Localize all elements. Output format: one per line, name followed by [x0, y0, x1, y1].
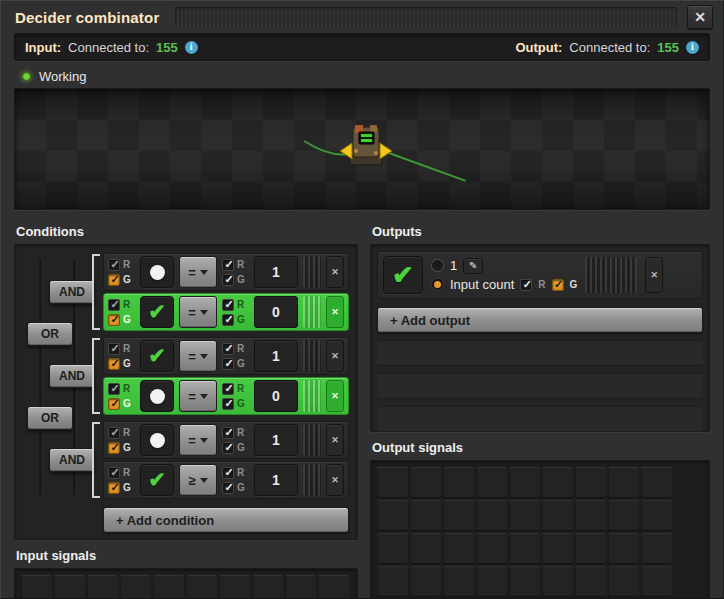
- first-signal-button[interactable]: ✔: [140, 256, 174, 288]
- output-signal-button[interactable]: ✔: [383, 256, 423, 294]
- remove-condition-button[interactable]: ✕: [326, 424, 344, 456]
- red-wire-checkbox[interactable]: [222, 383, 234, 395]
- empty-signal-slot[interactable]: [153, 575, 184, 599]
- empty-signal-slot[interactable]: [542, 533, 573, 564]
- empty-signal-slot[interactable]: [575, 566, 606, 597]
- first-signal-button[interactable]: ✔: [140, 296, 174, 328]
- empty-signal-slot[interactable]: [608, 566, 639, 597]
- green-wire-checkbox[interactable]: [108, 442, 120, 454]
- empty-signal-slot[interactable]: [252, 575, 283, 599]
- red-wire-checkbox[interactable]: [222, 259, 234, 271]
- second-operand-button[interactable]: 1: [254, 424, 298, 456]
- empty-signal-slot[interactable]: [509, 566, 540, 597]
- empty-signal-slot[interactable]: [443, 467, 474, 498]
- empty-signal-slot[interactable]: [120, 575, 151, 599]
- info-icon[interactable]: i: [686, 41, 699, 54]
- remove-output-button[interactable]: ✕: [645, 257, 663, 293]
- empty-signal-slot[interactable]: [608, 467, 639, 498]
- empty-signal-slot[interactable]: [410, 566, 441, 597]
- comparator-dropdown[interactable]: =: [179, 340, 217, 372]
- red-wire-checkbox[interactable]: [222, 427, 234, 439]
- row-drag-stripes[interactable]: [585, 257, 637, 293]
- red-wire-checkbox[interactable]: [108, 343, 120, 355]
- empty-signal-slot[interactable]: [542, 500, 573, 531]
- first-signal-button[interactable]: ✔: [140, 340, 174, 372]
- empty-signal-slot[interactable]: [509, 500, 540, 531]
- empty-signal-slot[interactable]: [377, 467, 408, 498]
- remove-condition-button[interactable]: ✕: [326, 296, 344, 328]
- window-drag-handle[interactable]: [175, 7, 677, 27]
- green-wire-checkbox[interactable]: [108, 358, 120, 370]
- empty-signal-slot[interactable]: [608, 533, 639, 564]
- input-count-radio[interactable]: [431, 278, 444, 291]
- green-wire-checkbox[interactable]: [222, 398, 234, 410]
- and-operator-button[interactable]: AND: [49, 280, 95, 304]
- empty-signal-slot[interactable]: [509, 533, 540, 564]
- red-wire-checkbox[interactable]: [108, 467, 120, 479]
- red-wire-checkbox[interactable]: [108, 259, 120, 271]
- row-drag-stripes[interactable]: [303, 464, 321, 496]
- empty-signal-slot[interactable]: [476, 500, 507, 531]
- empty-signal-slot[interactable]: [542, 467, 573, 498]
- first-signal-button[interactable]: ✔: [140, 380, 174, 412]
- empty-signal-slot[interactable]: [219, 575, 250, 599]
- remove-condition-button[interactable]: ✕: [326, 256, 344, 288]
- output-green-wire-checkbox[interactable]: [552, 279, 564, 291]
- empty-signal-slot[interactable]: [509, 467, 540, 498]
- row-drag-stripes[interactable]: [303, 380, 321, 412]
- first-signal-button[interactable]: ✔: [140, 424, 174, 456]
- first-signal-button[interactable]: ✔: [140, 464, 174, 496]
- remove-condition-button[interactable]: ✕: [326, 380, 344, 412]
- green-wire-checkbox[interactable]: [222, 314, 234, 326]
- empty-signal-slot[interactable]: [542, 566, 573, 597]
- empty-signal-slot[interactable]: [410, 500, 441, 531]
- info-icon[interactable]: i: [185, 41, 198, 54]
- empty-signal-slot[interactable]: [575, 533, 606, 564]
- row-drag-stripes[interactable]: [303, 340, 321, 372]
- comparator-dropdown[interactable]: ≥: [179, 464, 217, 496]
- second-operand-button[interactable]: 1: [254, 464, 298, 496]
- empty-signal-slot[interactable]: [641, 566, 672, 597]
- comparator-dropdown[interactable]: =: [179, 380, 217, 412]
- second-operand-button[interactable]: 1: [254, 256, 298, 288]
- empty-signal-slot[interactable]: [575, 500, 606, 531]
- empty-signal-slot[interactable]: [476, 566, 507, 597]
- empty-signal-slot[interactable]: [443, 566, 474, 597]
- empty-signal-slot[interactable]: [608, 500, 639, 531]
- add-condition-button[interactable]: + Add condition: [103, 507, 349, 533]
- red-wire-checkbox[interactable]: [222, 467, 234, 479]
- red-wire-checkbox[interactable]: [222, 299, 234, 311]
- empty-signal-slot[interactable]: [21, 575, 52, 599]
- empty-signal-slot[interactable]: [377, 533, 408, 564]
- empty-signal-slot[interactable]: [443, 533, 474, 564]
- red-wire-checkbox[interactable]: [108, 383, 120, 395]
- or-operator-button[interactable]: OR: [27, 406, 73, 430]
- green-wire-checkbox[interactable]: [108, 274, 120, 286]
- and-operator-button[interactable]: AND: [49, 364, 95, 388]
- green-wire-checkbox[interactable]: [222, 442, 234, 454]
- green-wire-checkbox[interactable]: [222, 274, 234, 286]
- empty-signal-slot[interactable]: [285, 575, 316, 599]
- green-wire-checkbox[interactable]: [108, 482, 120, 494]
- or-operator-button[interactable]: OR: [27, 322, 73, 346]
- comparator-dropdown[interactable]: =: [179, 296, 217, 328]
- red-wire-checkbox[interactable]: [108, 299, 120, 311]
- and-operator-button[interactable]: AND: [49, 448, 95, 472]
- constant-value-radio[interactable]: [431, 259, 444, 272]
- empty-signal-slot[interactable]: [186, 575, 217, 599]
- empty-signal-slot[interactable]: [641, 500, 672, 531]
- empty-signal-slot[interactable]: [410, 533, 441, 564]
- empty-signal-slot[interactable]: [641, 533, 672, 564]
- remove-condition-button[interactable]: ✕: [326, 340, 344, 372]
- comparator-dropdown[interactable]: =: [179, 424, 217, 456]
- second-operand-button[interactable]: 0: [254, 296, 298, 328]
- red-wire-checkbox[interactable]: [108, 427, 120, 439]
- add-output-button[interactable]: + Add output: [377, 307, 703, 333]
- empty-signal-slot[interactable]: [575, 467, 606, 498]
- empty-signal-slot[interactable]: [377, 566, 408, 597]
- close-button[interactable]: ✕: [687, 5, 713, 29]
- output-red-wire-checkbox[interactable]: [520, 279, 532, 291]
- row-drag-stripes[interactable]: [303, 424, 321, 456]
- empty-signal-slot[interactable]: [476, 533, 507, 564]
- empty-signal-slot[interactable]: [443, 500, 474, 531]
